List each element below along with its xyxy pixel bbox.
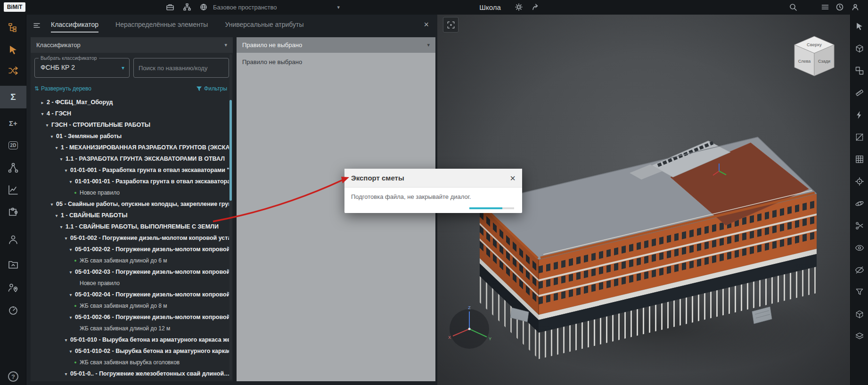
assemblies-button[interactable] <box>854 66 865 76</box>
panel-menu-icon[interactable] <box>33 22 41 29</box>
team-structure-button[interactable] <box>181 1 193 13</box>
tree-item[interactable]: ▾05 - Свайные работы, опускные колодцы, … <box>31 198 229 210</box>
tree-expand-arrow[interactable]: ▾ <box>58 156 65 162</box>
tree-expand-arrow[interactable]: ▸ <box>39 100 46 105</box>
rules-add-button[interactable]: Σ+ <box>8 117 19 129</box>
tree-expand-arrow[interactable]: ▾ <box>67 292 74 297</box>
model-structure-button[interactable] <box>8 22 19 33</box>
sync-space-button[interactable] <box>197 1 210 13</box>
account-button[interactable] <box>849 1 861 13</box>
workspace-selector[interactable]: Базовое пространство ▾ <box>213 0 340 15</box>
tree-item[interactable]: ▾01-01-001 - Разработка грунта в отвал э… <box>31 164 229 176</box>
tree-item[interactable]: ▾01 - Земляные работы <box>31 131 229 142</box>
isolate-filter-button[interactable] <box>854 287 865 297</box>
expand-tree-link[interactable]: ⇅ Развернуть дерево <box>34 85 91 92</box>
task-list-button[interactable] <box>819 1 831 13</box>
plugins-button[interactable] <box>8 206 19 218</box>
tree-expand-arrow[interactable]: ▾ <box>63 168 69 173</box>
tree-item[interactable]: ЖБ свая забивная длиной до 12 м <box>31 323 229 334</box>
user-location-button[interactable] <box>8 282 19 294</box>
tree-item[interactable]: ▾01-01-001-01 - Разработка грунта в отва… <box>31 176 229 187</box>
select-cursor-button[interactable] <box>854 21 865 32</box>
tree-expand-arrow[interactable]: ▾ <box>67 315 74 320</box>
tree-item[interactable]: ●ЖБ свая забивная длиной до 6 м <box>31 255 229 266</box>
tree-scrollbar[interactable] <box>229 54 232 380</box>
tree-item[interactable]: ▾05-01-002-06 - Погружение дизель-молото… <box>31 311 229 323</box>
navigation-cube[interactable]: Сверху Слева Сзади <box>791 33 838 80</box>
tree-item[interactable]: ▾05-01-002-03 - Погружение дизель-молото… <box>31 266 229 278</box>
tree-expand-arrow[interactable]: ▾ <box>53 213 60 218</box>
grid-button[interactable] <box>854 154 865 164</box>
quick-actions-button[interactable] <box>854 110 865 120</box>
tree-expand-arrow[interactable]: ▾ <box>53 145 60 150</box>
tree-item[interactable]: ●ЖБ свая забивная вырубка оголовков <box>31 357 229 368</box>
rules-sigma-button-active[interactable]: Σ <box>0 86 26 108</box>
tab-unassigned-elements[interactable]: Нераспределённые элементы <box>115 21 208 32</box>
tree-expand-arrow[interactable]: ▾ <box>67 270 74 275</box>
tree-item[interactable]: ▾ГЭСН - СТРОИТЕЛЬНЫЕ РАБОТЫ <box>31 119 229 131</box>
tree-scrollbar-thumb[interactable] <box>229 100 232 201</box>
tree-expand-arrow[interactable]: ▾ <box>49 134 55 139</box>
tree-item[interactable]: ▸2 - ФСБЦ_Мат_Оборуд <box>31 97 229 108</box>
settings-button[interactable] <box>513 1 525 13</box>
ghost-mode-button[interactable] <box>854 309 865 319</box>
tree-item[interactable]: ▾1 - МЕХАНИЗИРОВАННАЯ РАЗРАБОТКА ГРУНТОВ… <box>31 142 229 153</box>
close-panel-icon[interactable]: × <box>424 21 429 28</box>
measure-button[interactable] <box>854 88 865 98</box>
tree-expand-arrow[interactable]: ▾ <box>67 247 74 252</box>
focus-target-button[interactable] <box>854 176 865 187</box>
share-export-button[interactable] <box>530 1 542 13</box>
show-elements-button[interactable] <box>854 243 865 253</box>
layers-button[interactable] <box>854 331 865 342</box>
tree-expand-arrow[interactable]: ▾ <box>39 111 46 116</box>
tree-item[interactable]: ▾05-01-002 - Погружение дизель-молотом к… <box>31 232 229 244</box>
users-button[interactable] <box>8 234 19 245</box>
classifier-section-header[interactable]: Классификатор ▾ <box>31 37 233 53</box>
tree-expand-arrow[interactable]: ▾ <box>44 123 50 128</box>
tab-classifier[interactable]: Классификатор <box>51 21 98 33</box>
export-dialog-header[interactable]: Экспорт сметы × <box>344 169 522 188</box>
rule-section-header[interactable]: Правило не выбрано ▾ <box>237 37 435 53</box>
section-cut-button[interactable] <box>854 221 865 231</box>
section-box-button[interactable] <box>854 132 865 142</box>
tree-item[interactable]: ▾05-01-010 - Вырубка бетона из арматурно… <box>31 334 229 345</box>
tab-universal-attributes[interactable]: Универсальные атрибуты <box>225 21 303 32</box>
toolbox-button[interactable] <box>164 1 176 13</box>
app-logo[interactable]: BiMiT <box>4 2 25 12</box>
filters-link[interactable]: Фильтры <box>196 85 227 92</box>
tree-item[interactable]: ▾05-01-010-02 - Вырубка бетона из армату… <box>31 345 229 357</box>
tree-expand-arrow[interactable]: ▾ <box>49 202 55 207</box>
tree-expand-arrow[interactable]: ▾ <box>63 236 69 241</box>
select-tool-button[interactable] <box>8 44 19 56</box>
shared-folders-button[interactable] <box>8 259 19 270</box>
classifier-select[interactable]: Выбрать классификатор ФСНБ КР 2 ▾ <box>34 58 130 78</box>
search-button[interactable] <box>787 1 799 13</box>
fit-to-view-button[interactable] <box>443 17 459 33</box>
view-cube-button[interactable] <box>854 43 865 54</box>
tree-item[interactable]: ▾1.1 - РАЗРАБОТКА ГРУНТА ЭКСКАВАТОРАМИ В… <box>31 153 229 164</box>
tree-expand-arrow[interactable]: ▾ <box>63 371 69 377</box>
help-button[interactable]: ? <box>8 371 19 382</box>
tree-expand-arrow[interactable]: ▾ <box>58 224 65 229</box>
tree-expand-arrow[interactable]: ▾ <box>67 349 74 354</box>
tree-item[interactable]: ●Новое правило <box>31 187 229 198</box>
tree-item[interactable]: Новое правило <box>31 278 229 289</box>
tree-item[interactable]: ▾1.1 - СВАЙНЫЕ РАБОТЫ, ВЫПОЛНЯЕМЫЕ С ЗЕМ… <box>31 221 229 232</box>
axis-gizmo[interactable]: Z X Y <box>443 303 495 355</box>
close-dialog-icon[interactable]: × <box>510 174 516 182</box>
history-button[interactable] <box>834 1 846 13</box>
tree-item[interactable]: ▾1 - СВАЙНЫЕ РАБОТЫ <box>31 210 229 221</box>
orbit-button[interactable] <box>854 198 865 209</box>
tree-expand-arrow[interactable]: ▾ <box>63 337 69 343</box>
scheme-nodes-button[interactable] <box>8 162 19 173</box>
tree-item[interactable]: ▾05-01-0.. - Погружение железобетонных с… <box>31 368 229 379</box>
tree-item[interactable]: ▾4 - ГЭСН <box>31 108 229 119</box>
links-tool-button[interactable] <box>8 65 19 76</box>
history-gauge-button[interactable] <box>8 304 19 316</box>
tree-expand-arrow[interactable]: ▾ <box>67 179 74 184</box>
tree-item[interactable]: ▾05-01-002-04 - Погружение дизель-молото… <box>31 289 229 300</box>
charts-button[interactable] <box>8 184 19 196</box>
tree-item[interactable]: ●ЖБ свая забивная длиной до 8 м <box>31 300 229 311</box>
search-input[interactable] <box>133 58 229 78</box>
tree-item[interactable]: ▾05-01-002-02 - Погружение дизель-молото… <box>31 244 229 255</box>
